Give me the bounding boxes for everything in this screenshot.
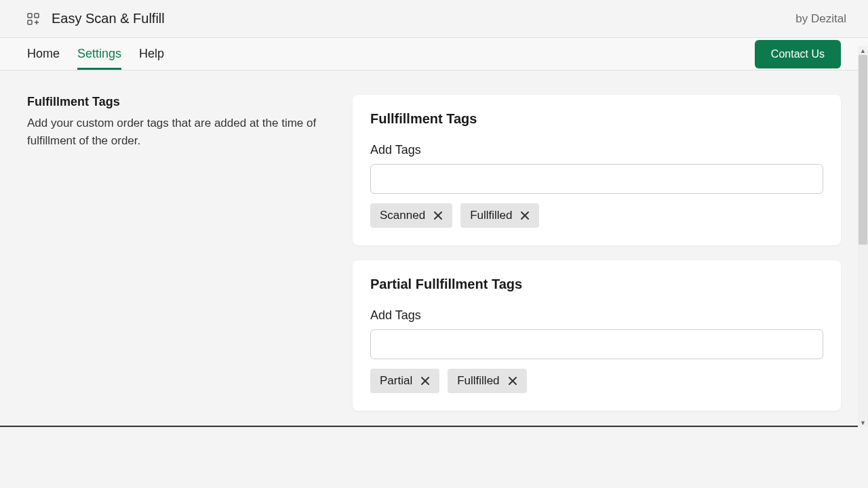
tag-chip: Fullfilled [448,369,526,393]
tab-settings[interactable]: Settings [77,38,121,70]
svg-rect-2 [28,20,32,24]
tag-label: Scanned [380,209,425,222]
tab-help[interactable]: Help [139,38,164,70]
scrollbar-thumb[interactable] [859,55,867,245]
tag-label: Partial [380,374,412,388]
apps-grid-icon [27,13,39,25]
main-section: Fullfillment Tags Add Tags Scanned Fullf… [353,95,841,411]
contact-us-button[interactable]: Contact Us [755,40,841,68]
add-tags-label: Add Tags [370,308,823,323]
close-icon[interactable] [519,209,531,222]
content: Fulfillment Tags Add your custom order t… [0,70,868,435]
divider [0,426,858,427]
add-tags-label: Add Tags [370,143,823,157]
svg-rect-0 [28,14,32,18]
fulfillment-tags-card: Fullfillment Tags Add Tags Scanned Fullf… [353,95,841,245]
tag-chip: Scanned [370,203,452,228]
nav-tabs: Home Settings Help [27,38,164,70]
tag-label: Fullfilled [470,209,512,222]
fulfillment-tags-input[interactable] [370,164,823,194]
app-byline: by Dezital [795,12,846,26]
fulfillment-tags-list: Scanned Fullfilled [370,203,823,228]
section-title: Fulfillment Tags [27,95,326,109]
card-title: Partial Fullfillment Tags [370,277,823,292]
svg-rect-1 [35,14,39,18]
partial-tags-input[interactable] [370,329,823,359]
partial-tags-list: Partial Fullfilled [370,369,823,393]
close-icon[interactable] [507,375,519,387]
section-description: Fulfillment Tags Add your custom order t… [27,95,326,411]
tag-chip: Fullfilled [460,203,539,228]
close-icon[interactable] [419,375,431,387]
nav-bar: Home Settings Help Contact Us [0,38,868,70]
scroll-down-arrow[interactable]: ▼ [859,418,867,427]
section-help-text: Add your custom order tags that are adde… [27,115,326,149]
app-header-left: Easy Scan & Fulfill [27,11,165,26]
app-title: Easy Scan & Fulfill [52,11,165,26]
app-header: Easy Scan & Fulfill by Dezital [0,0,868,38]
close-icon[interactable] [432,209,444,222]
partial-fulfillment-tags-card: Partial Fullfillment Tags Add Tags Parti… [353,260,841,411]
scroll-up-arrow[interactable]: ▲ [859,46,867,55]
tag-label: Fullfilled [457,374,499,388]
tab-home[interactable]: Home [27,38,60,70]
card-title: Fullfillment Tags [370,111,823,127]
tag-chip: Partial [370,369,439,393]
scrollbar[interactable]: ▲ ▼ [858,46,868,427]
